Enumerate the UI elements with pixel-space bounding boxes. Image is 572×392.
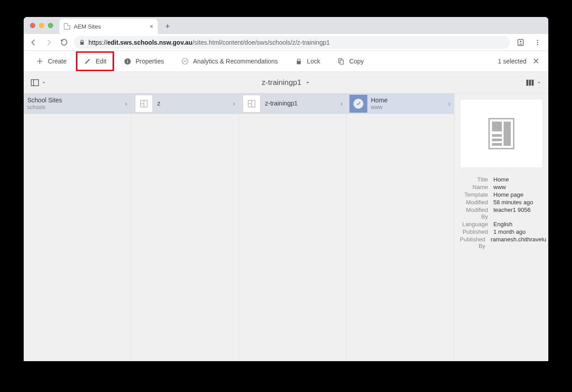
item-title: z: [157, 100, 228, 107]
address-bar: https://edit.sws.schools.nsw.gov.au/site…: [24, 34, 548, 51]
chevron-right-icon: ›: [341, 100, 343, 108]
breadcrumb-bar: z-trainingp1: [24, 72, 548, 93]
meta-value: Home page: [493, 191, 543, 198]
svg-rect-10: [340, 60, 343, 64]
meta-row: TemplateHome page: [460, 191, 543, 198]
copy-icon: [337, 57, 345, 65]
meta-value: 58 minutes ago: [493, 199, 543, 206]
meta-value: ramanesh.chithravelu: [491, 236, 546, 249]
tab-strip: AEM Sites × +: [24, 17, 548, 34]
maximize-window[interactable]: [48, 23, 53, 28]
svg-rect-13: [526, 80, 529, 86]
column-1: School Sites schools ›: [24, 93, 131, 361]
chevron-down-icon: [305, 80, 310, 85]
copy-label: Copy: [349, 58, 364, 65]
meta-key: Published By: [460, 236, 491, 249]
selection-count: 1 selected: [498, 58, 526, 65]
close-window[interactable]: [30, 23, 35, 28]
item-title: Home: [371, 97, 444, 104]
svg-rect-0: [518, 39, 523, 46]
detail-metadata: TitleHomeNamewwwTemplateHome pageModifie…: [460, 176, 543, 249]
column-item-home[interactable]: Home www ›: [347, 93, 454, 114]
edit-label: Edit: [96, 58, 106, 65]
column-view-icon: [526, 79, 534, 86]
column-item-school-sites[interactable]: School Sites schools ›: [24, 93, 131, 114]
rail-toggle[interactable]: [28, 76, 49, 89]
meta-value: English: [493, 221, 543, 228]
meta-row: Modified Byteacher1 9056: [460, 207, 543, 220]
copy-button[interactable]: Copy: [329, 51, 371, 71]
meta-row: LanguageEnglish: [460, 221, 543, 228]
browser-tab[interactable]: AEM Sites ×: [59, 19, 158, 34]
plus-icon: [36, 57, 44, 65]
column-2: z ›: [131, 93, 239, 361]
item-title: z-trainingp1: [265, 100, 336, 107]
chevron-right-icon: ›: [233, 100, 235, 108]
breadcrumb-title[interactable]: z-trainingp1: [262, 78, 311, 87]
svg-rect-26: [492, 139, 502, 141]
profile-button[interactable]: [514, 36, 527, 49]
svg-rect-15: [532, 80, 534, 86]
page-thumbnail[interactable]: [243, 95, 261, 113]
detail-thumbnail: [460, 99, 543, 168]
meta-key: Modified By: [460, 207, 493, 220]
column-view: School Sites schools › z ›: [24, 93, 548, 361]
breadcrumb-label: z-trainingp1: [262, 78, 302, 87]
meta-value: www: [493, 184, 543, 190]
meta-value: Home: [493, 176, 543, 183]
create-button[interactable]: Create: [28, 51, 74, 71]
svg-rect-23: [492, 122, 502, 131]
column-item-z-trainingp1[interactable]: z-trainingp1 ›: [239, 93, 346, 114]
edit-button[interactable]: Edit: [76, 51, 114, 71]
item-title: School Sites: [27, 97, 121, 104]
analytics-button[interactable]: Analytics & Recommendations: [173, 51, 286, 71]
browser-menu-button[interactable]: [531, 36, 544, 49]
meta-key: Language: [460, 221, 493, 228]
column-4: Home www ›: [347, 93, 454, 361]
lock-icon: [79, 39, 85, 45]
forward-button[interactable]: [43, 37, 54, 48]
meta-key: Modified: [460, 199, 493, 206]
svg-point-1: [520, 40, 522, 42]
meta-key: Name: [460, 184, 493, 190]
svg-rect-14: [529, 80, 531, 86]
deselect-button[interactable]: ✕: [531, 55, 541, 68]
meta-row: Published1 month ago: [460, 228, 543, 235]
back-button[interactable]: [28, 37, 39, 48]
svg-rect-11: [31, 80, 39, 86]
meta-row: Published Byramanesh.chithravelu: [460, 236, 543, 249]
meta-row: TitleHome: [460, 176, 543, 183]
url-input[interactable]: https://edit.sws.schools.nsw.gov.au/site…: [74, 36, 510, 49]
tab-title: AEM Sites: [74, 23, 101, 30]
analytics-icon: [181, 57, 189, 65]
analytics-label: Analytics & Recommendations: [193, 58, 278, 65]
meta-value: 1 month ago: [493, 228, 543, 235]
properties-label: Properties: [135, 58, 164, 65]
chevron-right-icon: ›: [448, 100, 450, 108]
lock-icon: [295, 57, 303, 65]
page-icon: [64, 23, 70, 30]
item-subtitle: www: [371, 104, 444, 110]
aem-sites-app: Create Edit Properties Analytics & Recom…: [24, 51, 548, 361]
view-switcher[interactable]: [523, 76, 544, 89]
meta-key: Template: [460, 191, 493, 198]
meta-value: teacher1 9056: [493, 207, 543, 220]
lock-button[interactable]: Lock: [287, 51, 328, 71]
action-bar: Create Edit Properties Analytics & Recom…: [24, 51, 548, 72]
reload-button[interactable]: [59, 37, 69, 48]
svg-rect-6: [127, 61, 127, 63]
svg-rect-25: [492, 134, 502, 137]
window-controls[interactable]: [30, 23, 53, 28]
pencil-icon: [84, 57, 92, 65]
properties-button[interactable]: Properties: [116, 51, 172, 71]
close-tab-icon[interactable]: ×: [150, 23, 153, 30]
item-subtitle: schools: [27, 104, 121, 110]
minimize-window[interactable]: [39, 23, 44, 28]
selected-checkmark[interactable]: [349, 95, 367, 113]
new-tab-button[interactable]: +: [161, 20, 174, 33]
column-item-z[interactable]: z ›: [131, 93, 239, 114]
rail-icon: [31, 79, 39, 86]
page-thumbnail[interactable]: [135, 95, 153, 113]
column-3: z-trainingp1 ›: [239, 93, 347, 361]
chevron-right-icon: ›: [125, 100, 127, 108]
